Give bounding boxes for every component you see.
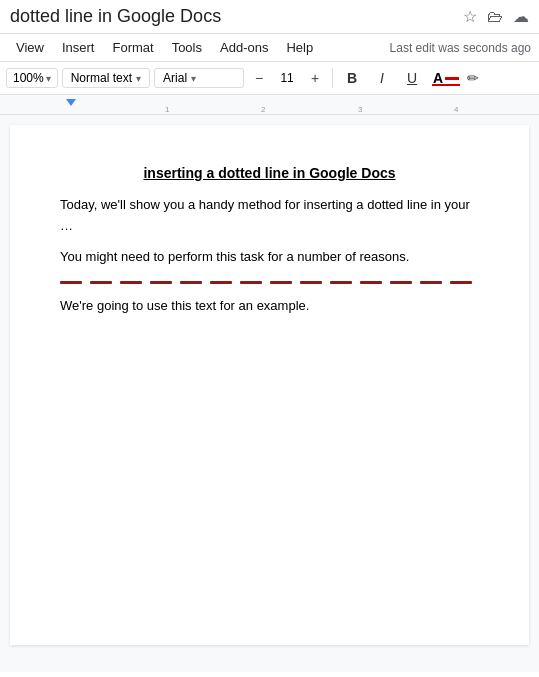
- document-body-paragraph-2: You might need to perform this task for …: [60, 247, 479, 268]
- menu-view[interactable]: View: [8, 36, 52, 59]
- menu-help[interactable]: Help: [278, 36, 321, 59]
- font-size-control: − +: [248, 67, 326, 89]
- menu-tools[interactable]: Tools: [164, 36, 210, 59]
- dash-9: [300, 281, 322, 284]
- document-example-text: We're going to use this text for an exam…: [60, 298, 479, 313]
- dash-5: [180, 281, 202, 284]
- title-bar: dotted line in Google Docs ☆ 🗁 ☁: [0, 0, 539, 34]
- toolbar: 100% ▾ Normal text ▾ Arial ▾ − + B I U A…: [0, 62, 539, 95]
- dashed-line: [60, 281, 479, 284]
- dash-11: [360, 281, 382, 284]
- font-size-increase-button[interactable]: +: [304, 67, 326, 89]
- last-edit-label: Last edit was seconds ago: [390, 41, 531, 55]
- dash-7: [240, 281, 262, 284]
- ruler: 1 2 3 4: [0, 95, 539, 115]
- font-selector[interactable]: Arial ▾: [154, 68, 244, 88]
- document-page: inserting a dotted line in Google Docs T…: [10, 125, 529, 645]
- toolbar-separator-1: [332, 68, 333, 88]
- dotted-line-section: [60, 281, 479, 284]
- dash-8: [270, 281, 292, 284]
- font-size-input[interactable]: [273, 71, 301, 85]
- menu-insert[interactable]: Insert: [54, 36, 103, 59]
- font-size-decrease-button[interactable]: −: [248, 67, 270, 89]
- star-icon[interactable]: ☆: [463, 7, 477, 26]
- menu-addons[interactable]: Add-ons: [212, 36, 276, 59]
- bold-button[interactable]: B: [339, 65, 365, 91]
- ruler-tab[interactable]: [66, 99, 76, 106]
- paragraph-style-value: Normal text: [71, 71, 132, 85]
- dash-10: [330, 281, 352, 284]
- paragraph-style-selector[interactable]: Normal text ▾: [62, 68, 150, 88]
- underline-button[interactable]: U: [399, 65, 425, 91]
- font-color-button[interactable]: A: [429, 68, 463, 88]
- body-text-overflow: …: [60, 218, 73, 233]
- document-title: dotted line in Google Docs: [10, 6, 455, 27]
- font-color-indicator: [445, 77, 459, 80]
- ruler-mark-4: 4: [454, 105, 458, 114]
- document-heading: inserting a dotted line in Google Docs: [60, 165, 479, 181]
- title-icons: ☆ 🗁 ☁: [463, 7, 529, 26]
- dash-14: [450, 281, 472, 284]
- style-chevron: ▾: [136, 73, 141, 84]
- dash-1: [60, 281, 82, 284]
- ruler-mark-1: 1: [165, 105, 169, 114]
- dash-6: [210, 281, 232, 284]
- dash-4: [150, 281, 172, 284]
- document-body-paragraph-1: Today, we'll show you a handy method for…: [60, 195, 479, 237]
- cloud-icon[interactable]: ☁: [513, 7, 529, 26]
- dash-2: [90, 281, 112, 284]
- ruler-mark-2: 2: [261, 105, 265, 114]
- dash-12: [390, 281, 412, 284]
- dash-3: [120, 281, 142, 284]
- highlight-color-button[interactable]: ✏: [467, 70, 479, 86]
- zoom-chevron: ▾: [46, 73, 51, 84]
- dash-13: [420, 281, 442, 284]
- font-value: Arial: [163, 71, 187, 85]
- document-area: inserting a dotted line in Google Docs T…: [0, 115, 539, 672]
- italic-button[interactable]: I: [369, 65, 395, 91]
- font-color-label: A: [433, 70, 443, 86]
- menu-format[interactable]: Format: [104, 36, 161, 59]
- folder-icon[interactable]: 🗁: [487, 8, 503, 26]
- menu-bar: View Insert Format Tools Add-ons Help La…: [0, 34, 539, 62]
- ruler-mark-3: 3: [358, 105, 362, 114]
- body-text-1: Today, we'll show you a handy method for…: [60, 197, 470, 212]
- font-chevron: ▾: [191, 73, 196, 84]
- zoom-selector[interactable]: 100% ▾: [6, 68, 58, 88]
- zoom-value: 100%: [13, 71, 44, 85]
